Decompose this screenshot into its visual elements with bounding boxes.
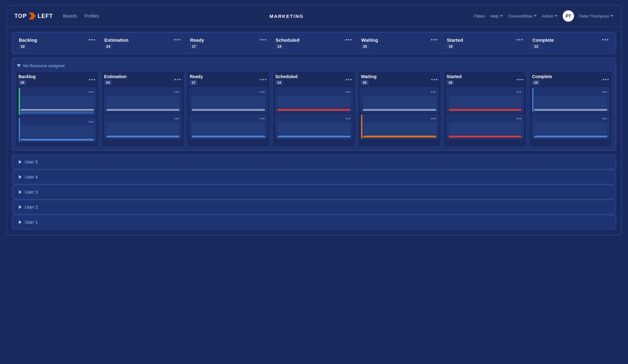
card-bar [278, 109, 351, 111]
col-menu[interactable]: ••• [517, 77, 524, 83]
collapsible-row-user-3[interactable]: User 3 [12, 185, 616, 200]
board-col-ready: Ready 17 ••• •••••• [187, 71, 270, 147]
summary-col-count: 17 [190, 44, 198, 49]
summary-col-menu[interactable]: ••• [260, 37, 267, 43]
card-menu[interactable]: ••• [345, 116, 351, 121]
logo: TOP LEFT [14, 13, 53, 19]
summary-col-menu[interactable]: ••• [431, 37, 438, 43]
summary-col-menu[interactable]: ••• [602, 37, 609, 43]
col-header: Ready 17 ••• [190, 74, 267, 85]
col-count: 17 [190, 80, 197, 85]
header: TOP LEFT Boards Profiles MARKETING Filte… [7, 6, 621, 27]
table-row[interactable]: ••• [190, 88, 267, 112]
card-menu[interactable]: ••• [260, 90, 265, 94]
card-menu[interactable]: ••• [260, 116, 265, 121]
table-row[interactable]: ••• [104, 114, 182, 139]
user-dropdown[interactable]: Peter Thompson [579, 14, 614, 19]
table-row[interactable]: ••• [447, 88, 524, 112]
card-body [192, 122, 265, 134]
card-bar [278, 136, 351, 137]
card-menu[interactable]: ••• [345, 90, 351, 94]
table-row[interactable]: ••• [532, 88, 609, 112]
col-menu[interactable]: ••• [174, 77, 181, 83]
app-wrapper: TOP LEFT Boards Profiles MARKETING Filte… [6, 5, 622, 235]
summary-col-menu[interactable]: ••• [345, 37, 353, 43]
card-bar [534, 136, 607, 137]
collapsible-row-user-4[interactable]: User 4 [12, 169, 616, 185]
no-resource-section: No Resource assigned Backlog 10 ••• ••••… [12, 58, 616, 151]
summary-col-count: 25 [361, 44, 369, 49]
table-row[interactable]: ••• [19, 117, 96, 142]
card-menu[interactable]: ••• [602, 116, 607, 121]
card-bar [106, 109, 180, 111]
logo-arrow-icon [29, 13, 36, 19]
col-menu[interactable]: ••• [346, 77, 353, 83]
card-body [363, 96, 436, 108]
table-row[interactable]: ••• [104, 88, 182, 112]
table-row[interactable]: ••• [361, 88, 438, 112]
col-menu[interactable]: ••• [431, 77, 438, 83]
col-menu[interactable]: ••• [89, 77, 96, 83]
board-columns: Backlog 10 ••• •••••• Estimation 24 ••• … [16, 71, 612, 147]
table-row[interactable]: ••• [532, 114, 609, 139]
col-count: 24 [104, 80, 112, 85]
card-stripe-icon [19, 88, 20, 115]
chevron-right-icon [19, 205, 22, 209]
summary-col-menu[interactable]: ••• [89, 37, 96, 43]
col-menu[interactable]: ••• [260, 77, 267, 83]
card-bar [449, 109, 522, 111]
col-title: Ready [190, 74, 203, 79]
main-content: Backlog ••• 10 Estimation ••• 24 Ready •… [7, 27, 621, 235]
chevron-right-icon [19, 160, 22, 164]
card-body [278, 122, 351, 134]
summary-col-count: 13 [532, 44, 540, 49]
board-col-scheduled: Scheduled 14 ••• •••••• [273, 71, 356, 147]
chevron-right-icon [19, 220, 22, 224]
card-menu[interactable]: ••• [517, 116, 522, 121]
collapsible-row-user-1[interactable]: User 1 [12, 215, 616, 230]
table-row[interactable]: ••• [361, 114, 438, 139]
admin-dropdown[interactable]: Admin [542, 14, 558, 19]
nav-profiles[interactable]: Profiles [84, 13, 99, 19]
card-menu[interactable]: ••• [174, 90, 180, 94]
row-label: User 3 [25, 190, 38, 195]
table-row[interactable]: ••• [447, 114, 524, 139]
card-body [534, 96, 607, 108]
col-title: Scheduled [275, 74, 298, 79]
card-menu[interactable]: ••• [89, 90, 94, 94]
col-menu[interactable]: ••• [602, 77, 609, 83]
summary-col-menu[interactable]: ••• [174, 37, 181, 43]
summary-col-scheduled: Scheduled ••• 14 [272, 34, 356, 52]
summary-col-menu[interactable]: ••• [517, 37, 524, 43]
table-row[interactable]: ••• [275, 88, 353, 112]
user-rows-container: User 5 User 4 User 3 User 2 User 1 [12, 154, 616, 230]
section-header-no-resource[interactable]: No Resource assigned [16, 62, 612, 71]
card-body [278, 96, 351, 108]
card-menu[interactable]: ••• [602, 90, 607, 94]
card-bar [449, 136, 522, 137]
collapsible-row-user-2[interactable]: User 2 [12, 200, 616, 215]
card-stripe-icon [19, 118, 20, 142]
col-count: 13 [532, 80, 539, 85]
connectwise-dropdown[interactable]: ConnectWise [508, 14, 537, 19]
summary-col-started: Started ••• 19 [443, 34, 528, 52]
collapsible-row-user-5[interactable]: User 5 [12, 154, 616, 169]
card-menu[interactable]: ••• [517, 90, 522, 94]
table-row[interactable]: ••• [275, 114, 353, 139]
filters-button[interactable]: Filters [474, 14, 485, 19]
help-dropdown[interactable]: Help [490, 14, 503, 19]
summary-col-label-text: Estimation [105, 37, 129, 43]
card-menu[interactable]: ••• [431, 116, 436, 121]
card-menu[interactable]: ••• [174, 116, 180, 121]
summary-col-estimation: Estimation ••• 24 [101, 34, 185, 52]
card-bar [363, 136, 436, 137]
table-row[interactable]: ••• [190, 114, 267, 139]
card-stripe-icon [361, 115, 362, 139]
summary-col-waiting: Waiting ••• 25 [357, 34, 442, 52]
summary-col-count: 14 [276, 44, 283, 49]
card-menu[interactable]: ••• [431, 90, 436, 94]
row-label: User 5 [25, 159, 38, 164]
table-row[interactable]: ••• [19, 88, 96, 115]
nav-boards[interactable]: Boards [63, 13, 77, 19]
card-menu[interactable]: ••• [89, 120, 94, 124]
